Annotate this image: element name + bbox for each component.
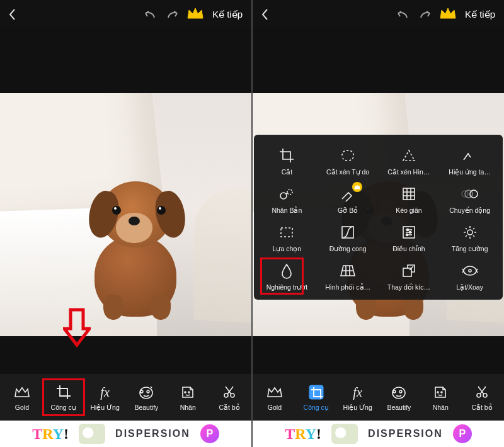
tool-enhance[interactable]: Tăng cường bbox=[439, 220, 500, 255]
nav-gold[interactable]: Gold bbox=[3, 381, 41, 414]
back-button[interactable] bbox=[5, 8, 20, 21]
redo-button[interactable] bbox=[163, 9, 182, 20]
nav-effects[interactable]: fx Hiệu Ứng bbox=[86, 381, 124, 414]
scissors-icon bbox=[473, 383, 491, 401]
nav-sticker[interactable]: Nhãn bbox=[421, 381, 459, 414]
ad-banner[interactable]: TRY! DISPERSION P bbox=[0, 421, 251, 447]
bottom-nav: Gold Công cụ fx Hiệu Ứng Beautify Nhãn C… bbox=[0, 374, 251, 421]
tool-free-crop[interactable]: Cắt xén Tự do bbox=[318, 144, 379, 178]
tool-flip[interactable]: Lật/Xoay bbox=[439, 259, 500, 293]
editor-screen-left: Kế tiếp Gold Công cụ bbox=[0, 0, 251, 447]
ad-try: TRY! bbox=[285, 426, 321, 443]
ad-title: DISPERSION bbox=[115, 428, 190, 439]
tool-tilt-shift[interactable]: Nghiêng trượt bbox=[256, 259, 318, 293]
svg-point-3 bbox=[287, 190, 292, 195]
drop-icon bbox=[277, 261, 296, 280]
tool-resize[interactable]: Thay đổi kíc… bbox=[379, 259, 440, 293]
tool-adjust[interactable]: Điều chỉnh bbox=[379, 220, 440, 255]
nav-sticker[interactable]: Nhãn bbox=[169, 381, 207, 414]
ad-app-badge: P bbox=[453, 424, 472, 443]
ad-banner[interactable]: TRY! DISPERSION P bbox=[253, 421, 504, 447]
editor-screen-right: Kế tiếp Cắt Cắt xén Tự do Cắt xén Hìn… H… bbox=[253, 0, 504, 447]
crown-icon[interactable] bbox=[438, 6, 457, 23]
resize-icon bbox=[399, 261, 418, 280]
next-button[interactable]: Kế tiếp bbox=[461, 6, 499, 23]
ad-app-badge: P bbox=[200, 424, 219, 443]
tool-remove[interactable]: Gỡ Bỏ bbox=[318, 182, 379, 217]
undo-button[interactable] bbox=[140, 9, 159, 20]
svg-point-16 bbox=[464, 266, 476, 275]
beautify-icon bbox=[390, 383, 408, 401]
tool-shape-crop[interactable]: Cắt xén Hìn… bbox=[379, 144, 440, 178]
tool-perspective[interactable]: Hình phối cả… bbox=[318, 259, 379, 293]
nav-beautify[interactable]: Beautify bbox=[380, 381, 418, 414]
nav-cutout[interactable]: Cắt bỏ bbox=[463, 381, 501, 414]
crown-icon bbox=[266, 383, 284, 401]
dispersion-icon bbox=[461, 146, 479, 165]
svg-point-12 bbox=[409, 232, 411, 234]
svg-point-13 bbox=[406, 234, 408, 236]
header: Kế tiếp bbox=[253, 0, 504, 26]
ad-thumbnail bbox=[79, 424, 105, 444]
enhance-icon bbox=[461, 223, 479, 242]
crop-icon bbox=[307, 383, 325, 401]
crown-icon bbox=[13, 383, 31, 401]
undo-button[interactable] bbox=[393, 9, 412, 20]
sliders-icon bbox=[399, 223, 418, 242]
tool-clone[interactable]: Nhân Bản bbox=[256, 182, 318, 217]
next-button[interactable]: Kế tiếp bbox=[209, 6, 246, 23]
tool-crop[interactable]: Cắt bbox=[256, 144, 318, 178]
svg-rect-8 bbox=[281, 228, 292, 237]
fx-icon: fx bbox=[96, 383, 114, 401]
tool-motion[interactable]: Chuyển động bbox=[439, 182, 500, 217]
tool-select[interactable]: Lựa chọn bbox=[256, 220, 318, 255]
shape-icon bbox=[399, 146, 418, 165]
canvas-area[interactable] bbox=[0, 26, 251, 374]
clone-icon bbox=[277, 184, 296, 203]
beautify-icon bbox=[137, 383, 155, 401]
back-button[interactable] bbox=[258, 8, 273, 21]
ad-try: TRY! bbox=[32, 426, 69, 443]
nav-cutout[interactable]: Cắt bỏ bbox=[210, 381, 248, 414]
stretch-icon bbox=[399, 184, 418, 203]
crop-icon bbox=[55, 383, 72, 401]
nav-effects[interactable]: fx Hiệu Ứng bbox=[339, 381, 377, 414]
svg-point-17 bbox=[469, 269, 471, 272]
perspective-icon bbox=[338, 261, 357, 280]
nav-beautify[interactable]: Beautify bbox=[127, 381, 165, 414]
photo-subject bbox=[88, 178, 186, 317]
redo-button[interactable] bbox=[416, 9, 435, 20]
premium-badge-icon bbox=[352, 182, 362, 192]
header: Kế tiếp bbox=[0, 0, 251, 26]
motion-icon bbox=[461, 184, 479, 203]
bottom-nav: Gold Công cụ fx Hiệu Ứng Beautify Nhãn C… bbox=[253, 374, 504, 421]
svg-point-11 bbox=[406, 229, 408, 231]
tool-stretch[interactable]: Kéo giãn bbox=[379, 182, 440, 217]
crop-icon bbox=[277, 146, 296, 165]
marquee-icon bbox=[277, 223, 296, 242]
canvas-area[interactable]: Cắt Cắt xén Tự do Cắt xén Hìn… Hiệu ứng … bbox=[253, 26, 504, 374]
scissors-icon bbox=[220, 383, 238, 401]
svg-point-2 bbox=[280, 193, 287, 199]
photo-canvas[interactable] bbox=[0, 93, 251, 336]
nav-tools[interactable]: Công cụ bbox=[297, 381, 335, 414]
nav-gold[interactable]: Gold bbox=[256, 381, 294, 414]
fx-icon: fx bbox=[349, 383, 367, 401]
ad-title: DISPERSION bbox=[368, 428, 443, 439]
sticker-icon bbox=[179, 383, 197, 401]
svg-point-14 bbox=[467, 230, 472, 235]
crown-icon[interactable] bbox=[186, 6, 205, 23]
nav-tools[interactable]: Công cụ bbox=[45, 381, 83, 414]
tool-disperse[interactable]: Hiệu ứng ta… bbox=[439, 144, 500, 178]
svg-rect-4 bbox=[403, 188, 415, 200]
flip-rotate-icon bbox=[461, 261, 479, 280]
tool-curves[interactable]: Đường cong bbox=[318, 220, 379, 255]
curves-icon bbox=[338, 223, 357, 242]
tools-panel: Cắt Cắt xén Tự do Cắt xén Hìn… Hiệu ứng … bbox=[254, 135, 503, 300]
lasso-icon bbox=[338, 146, 357, 165]
ad-thumbnail bbox=[331, 424, 358, 444]
sticker-icon bbox=[432, 383, 449, 401]
